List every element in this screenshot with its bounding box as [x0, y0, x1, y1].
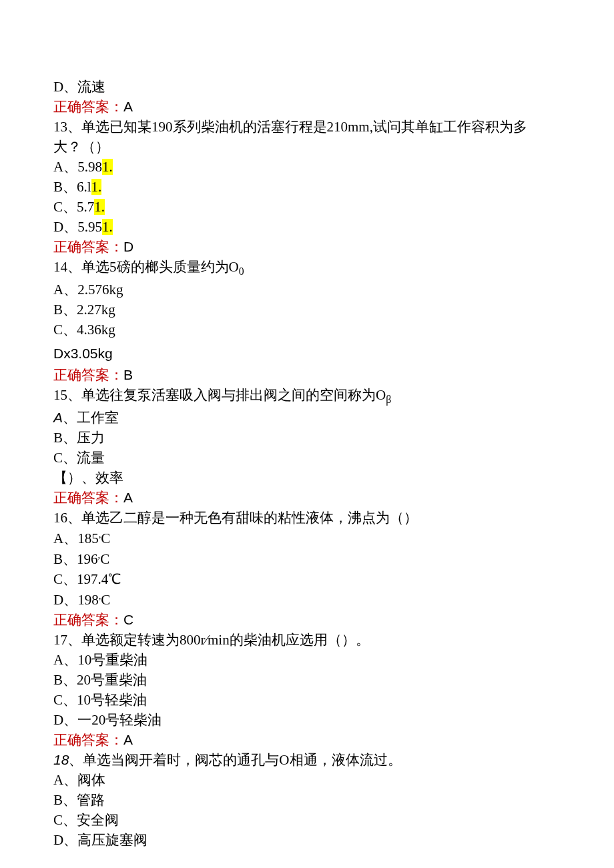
q18-stem: 18、单选当阀开着时，阀芯的通孔与O相通，液体流过。 [53, 750, 561, 770]
q13-option-b: B、6.l1. [53, 177, 561, 197]
option-text: D、198 [53, 592, 99, 608]
answer-label: 正确答案： [53, 490, 123, 506]
stem-text: 15、单选往复泵活塞吸入阀与排出阀之间的空间称为O [53, 387, 386, 403]
q17-option-a: A、10号重柴油 [53, 650, 561, 670]
highlight-text: 1. [94, 199, 105, 215]
q15-answer: 正确答案：A [53, 488, 561, 508]
q17-option-c: C、10号轻柴油 [53, 690, 561, 710]
answer-value: B [123, 367, 133, 382]
answer-value: D [123, 239, 133, 254]
q13-stem-line1: 13、单选已知某190系列柴油机的活塞行程是210mm,试问其单缸工作容积为多 [53, 117, 561, 137]
q14-option-c: C、4.36kg [53, 320, 561, 340]
answer-label: 正确答案： [53, 99, 123, 115]
q14-answer: 正确答案：B [53, 365, 561, 385]
q16-option-b: B、196,C [53, 548, 561, 569]
option-text: C、5.7 [53, 199, 94, 215]
q14-stem: 14、单选5磅的榔头质量约为O0 [53, 257, 561, 280]
option-text: D、5.95 [53, 219, 102, 235]
question-number: 18 [53, 752, 69, 767]
stem-text: 、单选当阀开着时，阀芯的通孔与O相通，液体流过。 [69, 752, 401, 768]
q16-stem: 16、单选乙二醇是一种无色有甜味的粘性液体，沸点为（） [53, 508, 561, 528]
subscript: β [386, 394, 391, 405]
q13-stem-line2: 大？（） [53, 137, 561, 157]
q16-answer: 正确答案：C [53, 610, 561, 630]
q15-stem: 15、单选往复泵活塞吸入阀与排出阀之间的空间称为Oβ [53, 385, 561, 408]
subscript: 0 [239, 266, 244, 277]
q13-option-c: C、5.71. [53, 197, 561, 217]
q15-option-d: 【）、效率 [53, 468, 561, 488]
q14-option-a: A、2.576kg [53, 280, 561, 300]
option-text: B、6.l [53, 179, 91, 195]
q18-option-c: C、安全阀 [53, 810, 561, 830]
q18-option-b: B、管路 [53, 790, 561, 810]
q12-answer: 正确答案：A [53, 97, 561, 117]
q15-option-c: C、流量 [53, 448, 561, 468]
option-suffix: C [101, 592, 110, 608]
option-letter: A [53, 410, 63, 425]
answer-label: 正确答案： [53, 239, 123, 255]
q13-option-d: D、5.951. [53, 217, 561, 237]
q13-option-a: A、5.981. [53, 157, 561, 177]
q17-answer: 正确答案：A [53, 730, 561, 750]
answer-value: A [123, 99, 133, 114]
q17-option-d: D、一20号轻柴油 [53, 710, 561, 730]
q13-answer: 正确答案：D [53, 237, 561, 257]
answer-value: C [123, 612, 133, 627]
option-text: A、185 [53, 530, 99, 546]
highlight-text: 1. [102, 159, 113, 175]
q17-stem: 17、单选额定转速为800r⁄min的柴油机应选用（）。 [53, 630, 561, 650]
answer-value: A [123, 732, 133, 747]
q18-option-d: D、高压旋塞阀 [53, 830, 561, 850]
q15-option-a: A、工作室 [53, 408, 561, 428]
answer-value: A [123, 490, 133, 505]
option-text: 、工作室 [63, 410, 119, 426]
q18-option-a: A、阀体 [53, 770, 561, 790]
option-suffix: C [100, 551, 109, 567]
answer-label: 正确答案： [53, 367, 123, 383]
q17-option-b: B、20号重柴油 [53, 670, 561, 690]
stem-text: 14、单选5磅的榔头质量约为O [53, 259, 239, 275]
highlight-text: 1. [91, 179, 102, 195]
q12-option-d: D、流速 [53, 77, 561, 97]
answer-label: 正确答案： [53, 612, 123, 628]
q15-option-b: B、压力 [53, 428, 561, 448]
option-suffix: C [101, 530, 110, 546]
highlight-text: 1. [102, 219, 113, 235]
option-text: A、5.98 [53, 159, 102, 175]
q16-option-a: A、185,C [53, 528, 561, 548]
q16-option-d: D、198,C [53, 589, 561, 610]
answer-label: 正确答案： [53, 732, 123, 748]
q14-option-b: B、2.27kg [53, 300, 561, 320]
q14-option-d: Dx3.05kg [53, 344, 561, 364]
q16-option-c: C、197.4℃ [53, 569, 561, 589]
option-text: B、196 [53, 551, 98, 567]
